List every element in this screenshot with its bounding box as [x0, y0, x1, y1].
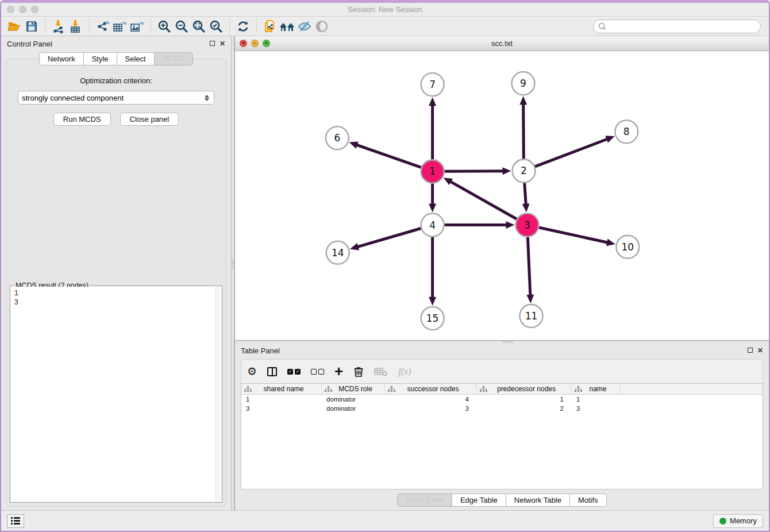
tab-select[interactable]: Select — [117, 52, 155, 65]
table-cell[interactable]: 1 — [572, 395, 620, 404]
select-all-checkboxes-icon[interactable]: ✓✓ — [287, 363, 301, 380]
list-icon — [11, 517, 20, 525]
edge-arrowhead — [429, 97, 436, 106]
close-panel-icon[interactable]: ✕ — [757, 347, 763, 354]
edge-arrowhead — [350, 243, 359, 250]
mcds-result-text[interactable]: 1 3 — [11, 287, 215, 502]
optimization-criterion-select[interactable]: strongly connected component — [18, 91, 214, 105]
add-column-icon[interactable]: + — [334, 363, 343, 380]
tab-network[interactable]: Network — [39, 52, 84, 65]
search-input[interactable] — [609, 21, 760, 32]
float-panel-icon[interactable] — [748, 347, 753, 354]
node-table[interactable]: shared nameMCDS rolesuccessor nodesprede… — [241, 383, 763, 489]
edge-arrowhead — [522, 203, 530, 212]
network-minimize-icon[interactable]: − — [251, 40, 259, 47]
window-title: Session: New Session — [1, 5, 769, 14]
edge-1-2[interactable] — [445, 171, 504, 172]
horizontal-splitter[interactable] — [235, 341, 769, 343]
result-scrollbar[interactable] — [215, 287, 221, 502]
table-cell[interactable]: 2 — [477, 404, 572, 413]
node-label-10: 10 — [621, 241, 634, 253]
deselect-all-checkboxes-icon[interactable] — [311, 363, 324, 380]
export-network-icon[interactable] — [94, 18, 111, 34]
import-table-icon[interactable] — [67, 18, 84, 34]
column-header-shared-name[interactable]: shared name — [241, 384, 322, 394]
edge-2-9[interactable] — [523, 103, 524, 159]
node-label-7: 7 — [429, 79, 436, 90]
control-panel: Control Panel ✕ NetworkStyleSelectMCDS O… — [1, 36, 231, 510]
first-neighbors-icon[interactable] — [279, 18, 296, 34]
main-toolbar — [1, 17, 769, 36]
node-label-8: 8 — [623, 126, 630, 137]
table-cell[interactable]: dominator — [322, 395, 385, 404]
table-body: 1dominator4113dominator323 — [241, 395, 763, 413]
node-label-2: 2 — [521, 165, 527, 176]
import-network-icon[interactable] — [50, 18, 67, 34]
show-graphics-details-icon[interactable] — [313, 18, 330, 34]
table-settings-gear-icon[interactable]: ⚙ — [247, 363, 257, 380]
node-label-9: 9 — [520, 78, 526, 89]
titlebar: Session: New Session — [1, 3, 769, 17]
node-label-6: 6 — [334, 132, 340, 144]
refresh-layout-icon[interactable] — [234, 18, 252, 34]
tab-network-table[interactable]: Network Table — [506, 494, 570, 507]
table-row[interactable]: 1dominator411 — [241, 395, 763, 404]
open-file-icon[interactable] — [6, 18, 23, 34]
vertical-splitter[interactable] — [231, 36, 234, 510]
tab-style[interactable]: Style — [84, 52, 117, 65]
network-maximize-icon[interactable]: + — [263, 40, 270, 47]
zoom-in-icon[interactable] — [156, 18, 173, 34]
task-history-button[interactable] — [7, 514, 24, 528]
table-cell[interactable]: 4 — [385, 395, 477, 404]
column-header-predecessor-nodes[interactable]: predecessor nodes — [477, 384, 572, 394]
table-cell[interactable]: 1 — [477, 395, 572, 404]
hide-selected-icon[interactable] — [296, 18, 313, 34]
edge-arrowhead — [519, 96, 527, 105]
table-cell[interactable]: 3 — [385, 404, 477, 413]
delete-column-trash-icon[interactable] — [353, 363, 364, 380]
table-row[interactable]: 3dominator323 — [241, 404, 763, 413]
network-view-titlebar[interactable]: ✕ − + scc.txt — [235, 36, 769, 51]
save-session-icon[interactable] — [23, 18, 40, 34]
clone-network-icon[interactable] — [261, 18, 279, 34]
table-cell[interactable]: dominator — [322, 404, 385, 413]
edge-3-10[interactable] — [539, 228, 608, 242]
search-field[interactable] — [593, 20, 761, 33]
toolbar-separator — [89, 19, 90, 34]
zoom-selected-icon[interactable] — [207, 18, 225, 34]
edge-4-14[interactable] — [357, 228, 421, 246]
edge-1-6[interactable] — [356, 145, 421, 168]
tab-motifs[interactable]: Motifs — [570, 494, 607, 507]
run-mcds-button[interactable]: Run MCDS — [53, 113, 111, 126]
network-canvas[interactable]: 7968124314101511 — [235, 51, 769, 340]
delete-table-icon[interactable] — [374, 363, 388, 380]
mcds-result-groupbox: MCDS result (2 nodes) 1 3 — [10, 286, 222, 503]
edge-2-8[interactable] — [535, 139, 608, 167]
splitter-grip[interactable] — [502, 341, 513, 343]
export-table-icon[interactable] — [111, 18, 129, 34]
network-close-icon[interactable]: ✕ — [240, 40, 247, 47]
table-cell[interactable]: 3 — [572, 404, 620, 413]
network-graph[interactable]: 7968124314101511 — [235, 51, 769, 340]
zoom-fit-icon[interactable] — [190, 18, 207, 34]
export-image-icon[interactable] — [129, 18, 146, 34]
column-header-MCDS-role[interactable]: MCDS role — [322, 384, 385, 394]
close-panel-icon[interactable]: ✕ — [220, 40, 225, 47]
split-panel-icon[interactable] — [267, 363, 277, 380]
edge-3-1[interactable] — [450, 182, 517, 219]
float-panel-icon[interactable] — [210, 40, 215, 47]
table-cell[interactable]: 3 — [241, 404, 322, 413]
tab-node-table[interactable]: Node Table — [397, 494, 452, 507]
function-builder-icon[interactable]: f(x) — [398, 363, 411, 380]
table-cell[interactable]: 1 — [241, 395, 322, 404]
zoom-out-icon[interactable] — [173, 18, 190, 34]
tab-mcds[interactable]: MCDS — [155, 52, 193, 65]
memory-button[interactable]: Memory — [713, 514, 763, 528]
edge-2-3[interactable] — [525, 183, 526, 205]
edge-3-11[interactable] — [528, 237, 530, 296]
tab-edge-table[interactable]: Edge Table — [452, 494, 506, 507]
column-header-successor-nodes[interactable]: successor nodes — [385, 384, 477, 394]
column-header-name[interactable]: name — [572, 384, 620, 394]
splitter-grip[interactable] — [232, 260, 234, 269]
close-panel-button[interactable]: Close panel — [120, 113, 179, 126]
